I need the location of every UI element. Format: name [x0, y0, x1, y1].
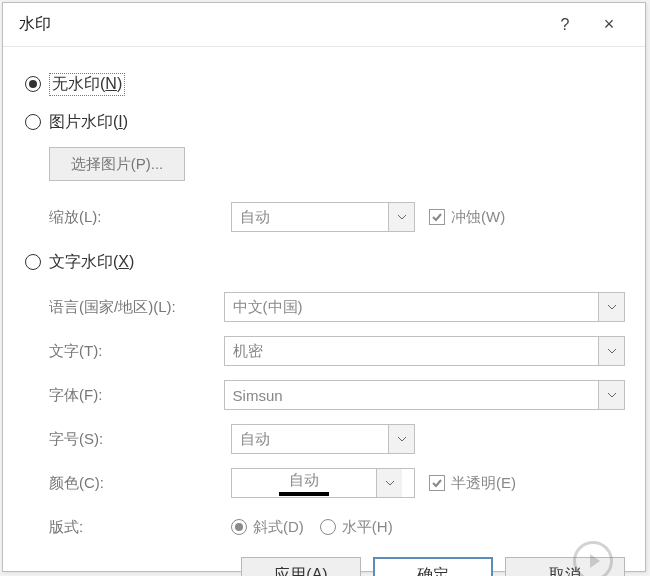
radio-no-watermark-label: 无水印(N)	[49, 73, 125, 96]
radio-horizontal[interactable]: 水平(H)	[320, 518, 393, 537]
text-combo[interactable]: 机密	[224, 336, 625, 366]
semitransparent-label: 半透明(E)	[451, 474, 516, 493]
language-combo[interactable]: 中文(中国)	[224, 292, 625, 322]
color-label: 颜色(C):	[49, 474, 231, 493]
semitransparent-checkbox[interactable]	[429, 475, 445, 491]
radio-icon	[320, 519, 336, 535]
size-combo[interactable]: 自动	[231, 424, 415, 454]
radio-text-watermark[interactable]: 文字水印(X)	[23, 247, 625, 277]
font-combo[interactable]: Simsun	[224, 380, 625, 410]
dialog-title: 水印	[19, 14, 51, 35]
button-row: 应用(A) 确定 取消 路由器 tuyouqi.com	[3, 557, 645, 576]
radio-icon	[25, 254, 41, 270]
radio-text-watermark-label: 文字水印(X)	[49, 252, 134, 273]
layout-label: 版式:	[49, 518, 231, 537]
washout-checkbox[interactable]	[429, 209, 445, 225]
scale-combo[interactable]: 自动	[231, 202, 415, 232]
size-label: 字号(S):	[49, 430, 231, 449]
dialog-content: 无水印(N) 图片水印(I) 选择图片(P)... 缩放(L): 自动	[3, 47, 645, 557]
apply-button[interactable]: 应用(A)	[241, 557, 361, 576]
radio-icon	[231, 519, 247, 535]
chevron-down-icon	[388, 425, 414, 453]
radio-no-watermark[interactable]: 无水印(N)	[23, 69, 625, 99]
radio-diagonal[interactable]: 斜式(D)	[231, 518, 304, 537]
radio-icon	[25, 114, 41, 130]
close-button[interactable]: ×	[587, 3, 631, 47]
watermark-dialog: 水印 ? × 无水印(N) 图片水印(I) 选择图片(P)... 缩放(L):	[2, 2, 646, 572]
chevron-down-icon	[598, 337, 624, 365]
radio-picture-watermark[interactable]: 图片水印(I)	[23, 107, 625, 137]
chevron-down-icon	[388, 203, 414, 231]
color-combo[interactable]: 自动	[231, 468, 415, 498]
radio-icon	[25, 76, 41, 92]
text-label: 文字(T):	[49, 342, 224, 361]
scale-label: 缩放(L):	[49, 208, 231, 227]
language-label: 语言(国家/地区)(L):	[49, 298, 224, 317]
title-bar: 水印 ? ×	[3, 3, 645, 47]
chevron-down-icon	[376, 469, 402, 497]
text-section: 语言(国家/地区)(L): 中文(中国) 文字(T): 机密 字体(F): Si…	[23, 285, 625, 549]
chevron-down-icon	[598, 293, 624, 321]
select-picture-button[interactable]: 选择图片(P)...	[49, 147, 185, 181]
radio-picture-watermark-label: 图片水印(I)	[49, 112, 128, 133]
chevron-down-icon	[598, 381, 624, 409]
washout-label: 冲蚀(W)	[451, 208, 505, 227]
picture-section: 选择图片(P)... 缩放(L): 自动 冲蚀(W)	[23, 147, 625, 239]
cancel-button[interactable]: 取消	[505, 557, 625, 576]
font-label: 字体(F):	[49, 386, 224, 405]
ok-button[interactable]: 确定	[373, 557, 493, 576]
help-button[interactable]: ?	[543, 3, 587, 47]
